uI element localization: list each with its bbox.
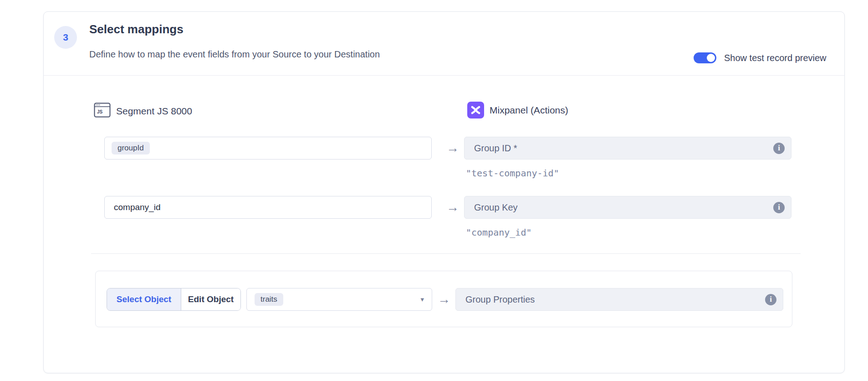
mixpanel-icon bbox=[467, 102, 484, 118]
js-browser-icon: JS bbox=[94, 102, 111, 120]
source-field-token[interactable]: groupId bbox=[112, 142, 150, 155]
show-test-record-toggle[interactable] bbox=[694, 52, 716, 63]
mapping-arrow-icon: → bbox=[444, 137, 461, 160]
info-icon[interactable]: i bbox=[773, 143, 785, 154]
card-header: 3 Select mappings Define how to map the … bbox=[44, 12, 844, 76]
source-field-input-company-id[interactable]: company_id bbox=[104, 196, 432, 219]
toggle-knob bbox=[707, 54, 715, 62]
chevron-down-icon: ▾ bbox=[420, 295, 424, 304]
dest-field-label: Group Key bbox=[474, 202, 773, 213]
destination-name: Mixpanel (Actions) bbox=[490, 105, 568, 116]
source-field-input-groupid[interactable]: groupId bbox=[104, 137, 432, 160]
dest-field-label: Group ID * bbox=[474, 143, 773, 154]
mapping-arrow-icon: → bbox=[436, 288, 452, 311]
step-number-badge: 3 bbox=[54, 26, 77, 49]
page-subtitle: Define how to map the event fields from … bbox=[89, 49, 380, 60]
destination-endpoint: Mixpanel (Actions) bbox=[467, 102, 568, 118]
dest-field-group-properties: Group Properties i bbox=[455, 288, 783, 311]
page-title: Select mappings bbox=[89, 22, 184, 36]
select-object-button[interactable]: Select Object bbox=[107, 288, 181, 310]
mapping-arrow-icon: → bbox=[444, 196, 461, 219]
info-icon[interactable]: i bbox=[765, 294, 776, 305]
info-icon[interactable]: i bbox=[773, 202, 785, 213]
object-source-token: traits bbox=[255, 293, 283, 306]
page: 3 Select mappings Define how to map the … bbox=[0, 0, 868, 381]
toggle-label: Show test record preview bbox=[724, 53, 827, 63]
dest-field-group-key: Group Key i bbox=[464, 196, 791, 219]
source-name: Segment JS 8000 bbox=[116, 106, 192, 117]
svg-text:JS: JS bbox=[97, 109, 103, 114]
section-divider bbox=[91, 253, 801, 254]
select-mappings-card: 3 Select mappings Define how to map the … bbox=[43, 11, 845, 373]
dest-field-group-id: Group ID * i bbox=[464, 137, 791, 160]
object-mode-segmented-control: Select Object Edit Object bbox=[107, 288, 241, 311]
test-record-toggle-row: Show test record preview bbox=[694, 52, 827, 63]
test-record-preview-value: "test-company-id" bbox=[466, 168, 559, 179]
object-source-dropdown[interactable]: traits ▾ bbox=[246, 288, 432, 311]
edit-object-button[interactable]: Edit Object bbox=[181, 288, 240, 310]
object-mapping-card: Select Object Edit Object traits ▾ → Gro… bbox=[95, 271, 792, 327]
dest-field-label: Group Properties bbox=[465, 294, 765, 305]
source-field-text: company_id bbox=[112, 202, 160, 212]
test-record-preview-value: "company_id" bbox=[466, 227, 532, 238]
source-endpoint: JS Segment JS 8000 bbox=[94, 102, 192, 120]
